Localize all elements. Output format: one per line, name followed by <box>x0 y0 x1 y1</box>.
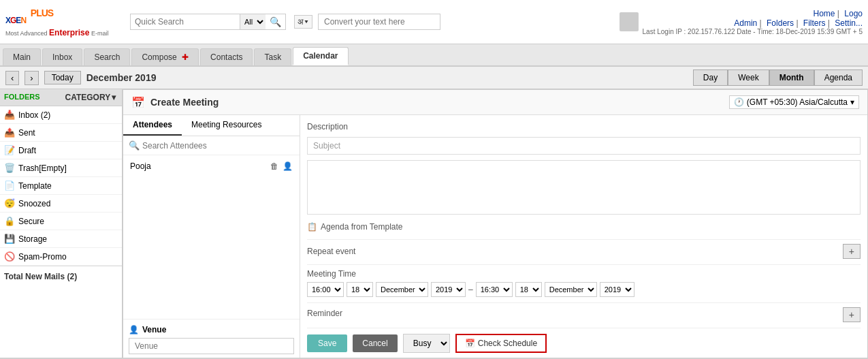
last-login-info: Last Login IP : 202.157.76.122 Date - Ti… <box>643 28 863 35</box>
tab-calendar[interactable]: Calendar <box>293 47 348 65</box>
description-label: Description <box>307 122 861 131</box>
start-month-select[interactable]: December <box>376 282 428 297</box>
start-day-select[interactable]: 18 <box>347 282 373 297</box>
timezone-value: (GMT +05:30) Asia/Calcutta <box>747 97 848 107</box>
attendee-actions: 🗑 👤 <box>270 161 293 171</box>
home-link[interactable]: Home <box>813 9 839 18</box>
tab-main[interactable]: Main <box>3 48 41 65</box>
settings-link[interactable]: Settin... <box>835 18 863 28</box>
prev-button[interactable]: ‹ <box>5 71 19 85</box>
sidebar-item-secure[interactable]: 🔒 Secure <box>0 213 122 230</box>
lang-icon: अ▾ <box>298 17 309 27</box>
draft-icon: 📝 <box>4 145 15 155</box>
reminder-add-button[interactable]: + <box>843 307 861 322</box>
busy-select[interactable]: Busy <box>403 334 450 353</box>
timezone-selector[interactable]: 🕐 (GMT +05:30) Asia/Calcutta ▾ <box>729 95 859 109</box>
sidebar-item-storage[interactable]: 💾 Storage <box>0 230 122 248</box>
sidebar-item-sent[interactable]: 📤 Sent <box>0 124 122 142</box>
storage-icon: 💾 <box>4 234 15 244</box>
tab-meeting-resources[interactable]: Meeting Resources <box>182 115 271 136</box>
logo-plus: PLUS <box>31 7 53 18</box>
view-month[interactable]: Month <box>769 69 814 86</box>
end-day-select[interactable]: 18 <box>515 282 542 297</box>
cancel-button[interactable]: Cancel <box>353 334 397 352</box>
view-week[interactable]: Week <box>728 69 769 86</box>
sidebar-item-snoozed[interactable]: 😴 Snoozed <box>0 195 122 213</box>
lang-selector[interactable]: अ▾ <box>294 15 312 29</box>
start-time-select[interactable]: 16:00 <box>307 282 344 297</box>
agenda-button[interactable]: 📋 Agenda from Template <box>307 220 861 234</box>
save-button[interactable]: Save <box>307 334 347 352</box>
meeting-header-icon: 📅 <box>131 96 145 109</box>
sidebar-item-draft[interactable]: 📝 Draft <box>0 142 122 159</box>
logo-subtitle: Most Advanced Enterprise E-mail <box>5 28 108 37</box>
delete-attendee-button[interactable]: 🗑 <box>270 161 278 171</box>
subject-field[interactable]: Subject <box>307 137 861 155</box>
template-icon: 📄 <box>4 181 15 191</box>
tab-bar: Main Inbox Search Compose ✚ Contacts Tas… <box>0 44 868 67</box>
convert-input[interactable] <box>318 14 440 30</box>
schedule-icon: 📅 <box>465 339 475 348</box>
sidebar-header: FOLDERS CATEGORY ▾ <box>0 89 122 106</box>
sidebar-item-inbox[interactable]: 📥 Inbox (2) <box>0 106 122 124</box>
end-year-select[interactable]: 2019 <box>600 282 634 297</box>
next-button[interactable]: › <box>25 71 38 85</box>
secure-icon: 🔒 <box>4 216 15 226</box>
inbox-icon: 📥 <box>4 110 15 120</box>
description-body[interactable] <box>307 160 861 215</box>
view-day[interactable]: Day <box>693 69 728 86</box>
end-time-select[interactable]: 16:30 <box>476 282 513 297</box>
search-dropdown[interactable]: All <box>240 14 266 29</box>
attendee-search-input[interactable] <box>142 141 294 151</box>
tab-inbox[interactable]: Inbox <box>42 48 82 65</box>
sidebar-item-template[interactable]: 📄 Template <box>0 177 122 195</box>
avatar <box>620 12 639 31</box>
trash-icon: 🗑️ <box>4 163 15 173</box>
meeting-time-section: Meeting Time 16:00 18 December <box>307 264 861 297</box>
attendee-name: Pooja <box>130 161 151 171</box>
end-month-select[interactable]: December <box>545 282 597 297</box>
attendee-tabs: Attendees Meeting Resources <box>123 115 300 136</box>
tab-contacts[interactable]: Contacts <box>200 48 253 65</box>
attendee-search-icon: 🔍 <box>129 140 140 151</box>
header-right: Home Logo Admin Folders Filters Settin..… <box>614 9 863 35</box>
storage-label: Storage <box>18 234 47 244</box>
search-button[interactable]: 🔍 <box>266 15 285 29</box>
today-button[interactable]: Today <box>44 71 81 84</box>
tab-attendees[interactable]: Attendees <box>123 115 182 136</box>
view-agenda[interactable]: Agenda <box>814 69 863 86</box>
repeat-add-button[interactable]: + <box>843 244 861 259</box>
venue-input[interactable] <box>129 338 294 354</box>
meeting-panel: 📅 Create Meeting 🕐 (GMT +05:30) Asia/Cal… <box>123 89 868 358</box>
category-chevron: ▾ <box>112 93 116 102</box>
check-schedule-label: Check Schedule <box>478 339 537 348</box>
venue-icon: 👤 <box>129 325 139 334</box>
logo-link[interactable]: Logo <box>844 9 863 18</box>
start-year-select[interactable]: 2019 <box>431 282 466 297</box>
calendar-nav: ‹ › Today December 2019 Day Week Month A… <box>0 67 868 89</box>
sidebar-item-spam[interactable]: 🚫 Spam-Promo <box>0 248 122 266</box>
filters-link[interactable]: Filters <box>803 18 830 28</box>
attendee-search: 🔍 <box>123 136 300 155</box>
admin-link[interactable]: Admin <box>734 18 761 28</box>
check-schedule-button[interactable]: 📅 Check Schedule <box>455 334 547 353</box>
time-row: 16:00 18 December 2019 – <box>307 282 861 297</box>
meeting-body: Attendees Meeting Resources 🔍 Pooja 🗑 👤 <box>123 115 867 358</box>
admin-nav: Admin Folders Filters Settin... <box>643 18 863 28</box>
tab-search[interactable]: Search <box>84 48 130 65</box>
venue-label: 👤 Venue <box>129 325 294 334</box>
search-input[interactable] <box>131 14 240 29</box>
category-label[interactable]: CATEGORY ▾ <box>61 89 123 106</box>
logo: XGEN PLUS <box>5 6 53 28</box>
sent-icon: 📤 <box>4 127 15 138</box>
action-row: Save Cancel Busy 📅 Check Schedule <box>307 328 861 353</box>
tab-compose[interactable]: Compose ✚ <box>131 48 199 65</box>
tab-task[interactable]: Task <box>254 48 291 65</box>
template-label: Template <box>18 181 52 191</box>
timezone-chevron: ▾ <box>850 97 854 107</box>
folders-link[interactable]: Folders <box>767 18 798 28</box>
attendee-row: Pooja 🗑 👤 <box>123 158 300 174</box>
sidebar-item-trash[interactable]: 🗑️ Trash[Empty] <box>0 159 122 177</box>
attendee-profile-icon[interactable]: 👤 <box>283 161 293 171</box>
venue-section: 👤 Venue <box>123 319 300 358</box>
